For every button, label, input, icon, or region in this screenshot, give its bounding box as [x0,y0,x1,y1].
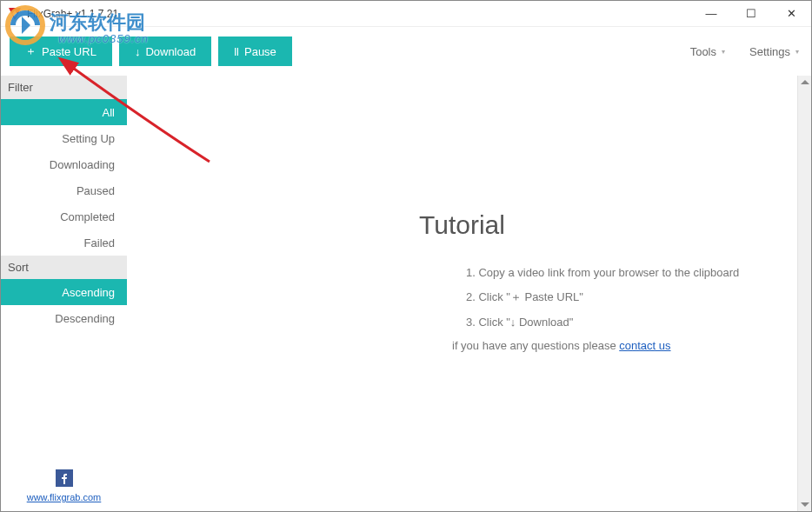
close-button[interactable]: ✕ [771,1,811,27]
pause-button[interactable]: ll Pause [218,37,292,66]
filter-paused[interactable]: Paused [1,177,127,203]
note-prefix: if you have any questions please [452,339,619,352]
paste-url-button[interactable]: ＋ Paste URL [10,37,112,66]
chevron-down-icon: ▾ [795,48,799,56]
filter-downloading[interactable]: Downloading [1,151,127,177]
website-link[interactable]: www.flixgrab.com [1,492,127,502]
chevron-down-icon: ▾ [722,48,725,56]
filter-setting-up[interactable]: Setting Up [1,125,127,151]
tutorial-step-1: Copy a video link from your browser to t… [466,266,797,279]
minimize-button[interactable]: — [691,1,731,27]
tutorial-block: Tutorial Copy a video link from your bro… [127,210,797,352]
sort-header: Sort [1,256,127,279]
sort-descending[interactable]: Descending [1,305,127,331]
maximize-button[interactable]: ☐ [731,1,771,27]
download-button[interactable]: ↓ Download [119,37,211,66]
plus-icon: ＋ [25,43,37,59]
filter-failed[interactable]: Failed [1,229,127,256]
filter-completed[interactable]: Completed [1,203,127,229]
filter-all[interactable]: All [1,99,127,125]
window-title: FlixGrab+ v1.1.7.21 [27,8,118,20]
sidebar-footer: www.flixgrab.com [1,469,127,511]
main-panel: Tutorial Copy a video link from your bro… [127,76,811,511]
title-bar: FlixGrab+ v1.1.7.21 — ☐ ✕ [1,1,811,27]
sort-ascending[interactable]: Ascending [1,279,127,305]
sidebar: Filter All Setting Up Downloading Paused… [1,76,127,511]
app-window: FlixGrab+ v1.1.7.21 — ☐ ✕ ＋ Paste URL ↓ … [0,0,812,512]
tools-label: Tools [690,45,716,58]
vertical-scrollbar[interactable] [797,76,811,511]
contact-us-link[interactable]: contact us [619,339,670,352]
app-body: Filter All Setting Up Downloading Paused… [1,76,811,511]
tools-menu[interactable]: Tools ▾ [687,40,729,63]
facebook-icon[interactable] [56,469,73,487]
tutorial-heading: Tutorial [127,210,797,240]
tutorial-step-3: Click "↓ Download" [466,316,797,329]
tutorial-step-2: Click "＋ Paste URL" [466,289,797,305]
tutorial-steps: Copy a video link from your browser to t… [466,266,797,329]
settings-menu[interactable]: Settings ▾ [746,40,802,63]
filter-header: Filter [1,76,127,99]
main-toolbar: ＋ Paste URL ↓ Download ll Pause Tools ▾ … [1,27,811,76]
tutorial-note: if you have any questions please contact… [452,339,797,352]
pause-label: Pause [244,45,276,58]
download-label: Download [145,45,196,58]
pause-icon: ll [234,45,239,58]
download-icon: ↓ [135,45,141,58]
paste-url-label: Paste URL [42,45,97,58]
app-logo-icon [8,7,22,21]
sidebar-spacer [1,331,127,469]
settings-label: Settings [749,45,790,58]
